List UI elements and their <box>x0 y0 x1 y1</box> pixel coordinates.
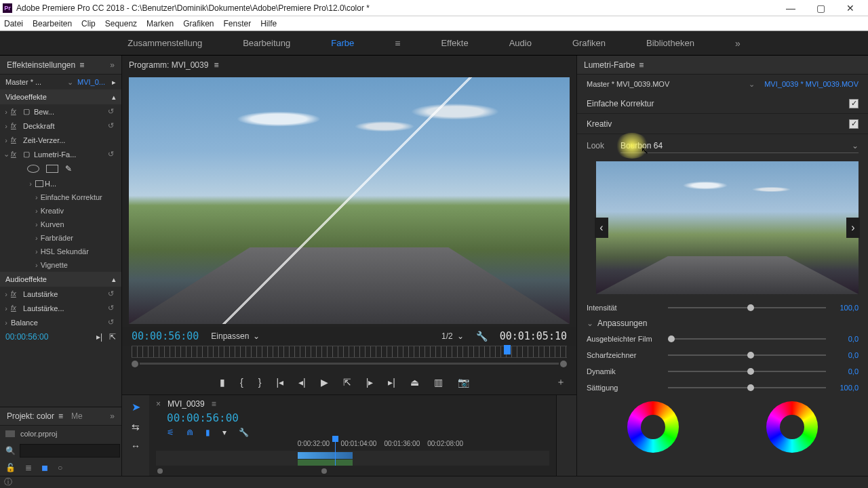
shadow-tint-wheel[interactable] <box>627 401 679 453</box>
chevron-down-icon[interactable]: ⌄ <box>67 78 73 87</box>
lumetri-header[interactable]: Lumetri-Farbe ≡ <box>577 56 868 75</box>
slider-value[interactable]: 100,0 <box>833 304 859 312</box>
slider-knob[interactable] <box>668 336 675 342</box>
workspace-farbe-menu-icon[interactable]: ≡ <box>395 38 400 49</box>
reset-icon[interactable]: ↺ <box>108 304 119 312</box>
panel-menu-icon[interactable]: ≡ <box>58 411 63 421</box>
program-monitor[interactable] <box>129 77 570 324</box>
marker-icon[interactable]: ▾ <box>222 428 226 437</box>
section-toggle-checkbox[interactable]: ✓ <box>849 119 859 129</box>
step-back-button[interactable]: ◂| <box>298 377 306 388</box>
menu-datei[interactable]: Datei <box>4 19 23 28</box>
menu-clip[interactable]: Clip <box>81 19 96 28</box>
add-marker-button[interactable]: ▮ <box>220 377 225 388</box>
fx-balance[interactable]: ›Balance↺ <box>0 315 121 329</box>
slider-value[interactable]: 0,0 <box>833 335 859 343</box>
prev-look-button[interactable]: ‹ <box>595 218 608 238</box>
close-tab-icon[interactable]: × <box>156 399 161 409</box>
resolution-dropdown[interactable]: 1/2⌄ <box>441 331 464 341</box>
mark-in-button[interactable]: { <box>240 377 243 388</box>
menu-bearbeiten[interactable]: Bearbeiten <box>33 19 72 28</box>
toggle-fx-icon[interactable]: ▢ <box>23 107 33 116</box>
chevron-down-icon[interactable]: ⌄ <box>749 80 755 89</box>
panel-menu-icon[interactable]: ≡ <box>214 60 218 70</box>
zoom-handle-right[interactable] <box>560 361 567 367</box>
timeline-vscroll[interactable] <box>556 395 576 476</box>
status-info-icon[interactable]: ⓘ <box>4 476 12 488</box>
settings-icon[interactable]: 🔧 <box>476 331 488 342</box>
timeline-sequence-name[interactable]: MVI_0039 <box>167 399 205 409</box>
slider-knob[interactable] <box>747 368 754 375</box>
next-look-button[interactable]: › <box>846 218 860 238</box>
reset-icon[interactable]: ↺ <box>108 107 119 116</box>
lumetri-section-creative[interactable]: Kreativ ✓ <box>577 114 868 134</box>
fx-volume[interactable]: ›fxLautstärke↺ <box>0 287 121 301</box>
go-to-out-button[interactable]: ▸| <box>388 377 395 388</box>
lumetri-sub-vignette[interactable]: ›Vignette <box>0 258 121 272</box>
workspace-grafiken[interactable]: Grafiken <box>572 38 606 48</box>
play-around-icon[interactable]: ▸| <box>96 332 102 342</box>
panel-menu-icon[interactable]: ≡ <box>212 399 216 409</box>
panel-menu-icon[interactable]: ≡ <box>79 60 84 70</box>
section-toggle-checkbox[interactable]: ✓ <box>849 99 859 108</box>
panel-expand-icon[interactable]: » <box>110 411 115 421</box>
slider-value[interactable]: 0,0 <box>833 351 859 359</box>
program-zoom-bar[interactable] <box>132 359 567 369</box>
play-icon[interactable]: ▸ <box>112 78 116 87</box>
workspace-audio[interactable]: Audio <box>509 38 532 48</box>
slider-track[interactable] <box>668 387 826 388</box>
ripple-tool-icon[interactable]: ⇆ <box>132 422 140 432</box>
export-icon[interactable]: ⇱ <box>109 332 116 342</box>
menu-grafiken[interactable]: Grafiken <box>183 19 214 28</box>
zoom-handle[interactable] <box>321 468 327 474</box>
timeline-video-clip[interactable] <box>298 452 353 459</box>
reset-icon[interactable]: ↺ <box>108 289 119 298</box>
panel-menu-icon[interactable]: ≡ <box>639 60 644 70</box>
slider-knob[interactable] <box>747 384 754 391</box>
list-view-icon[interactable]: ≣ <box>25 463 32 472</box>
workspace-farbe[interactable]: Farbe <box>331 38 354 48</box>
audio-effects-header[interactable]: Audioeffekte▴ <box>0 272 121 287</box>
pen-mask-icon[interactable]: ✎ <box>65 164 72 174</box>
project-tab-other[interactable]: Me <box>71 411 83 421</box>
slider-track[interactable] <box>668 338 826 340</box>
rect-mask-icon[interactable] <box>46 165 58 173</box>
slider-knob[interactable] <box>747 352 754 359</box>
minimize-button[interactable]: — <box>776 3 806 14</box>
project-file-row[interactable]: color.prproj <box>0 426 121 442</box>
fx-channel-volume[interactable]: ›fxLautstärke...↺ <box>0 301 121 315</box>
mask-sub-row[interactable]: ›H... <box>0 176 121 190</box>
selection-tool-icon[interactable]: ➤ <box>132 401 140 413</box>
reset-icon[interactable]: ↺ <box>108 150 119 159</box>
project-panel-header[interactable]: Projekt: color ≡ Me » <box>0 407 121 426</box>
video-effects-header[interactable]: Videoeffekte▴ <box>0 89 121 104</box>
slider-value[interactable]: 100,0 <box>833 384 859 392</box>
timeline-tracks[interactable] <box>156 451 549 466</box>
menu-hilfe[interactable]: Hilfe <box>260 19 277 28</box>
slider-track[interactable] <box>668 371 826 372</box>
zoom-handle-left[interactable] <box>132 361 138 367</box>
close-button[interactable]: ✕ <box>835 3 865 14</box>
timeline-playhead[interactable] <box>335 439 336 466</box>
mark-out-button[interactable]: } <box>258 377 262 388</box>
lumetri-sub-colorwheels[interactable]: ›Farbräder <box>0 231 121 245</box>
menu-fenster[interactable]: Fenster <box>223 19 251 28</box>
highlight-tint-wheel[interactable] <box>766 401 818 453</box>
extract-button[interactable]: ⏏ <box>410 377 419 388</box>
timeline-timecode[interactable]: 00:00:56:00 <box>156 410 549 427</box>
slider-knob[interactable] <box>747 304 754 311</box>
lumetri-sub-basic[interactable]: ›Einfache Korrektur <box>0 190 121 204</box>
fx-time-remap[interactable]: ›fxZeit-Verzer... <box>0 133 121 147</box>
program-monitor-header[interactable]: Programm: MVI_0039 ≡ <box>122 56 576 75</box>
panel-expand-icon[interactable]: » <box>110 60 115 70</box>
workspace-bibliotheken[interactable]: Bibliotheken <box>646 38 694 48</box>
lumetri-master-label[interactable]: Master * MVI_0039.MOV <box>587 80 745 88</box>
maximize-button[interactable]: ▢ <box>806 3 835 14</box>
workspace-zusammenstellung[interactable]: Zusammenstellung <box>127 38 202 48</box>
add-marker-icon[interactable]: ▮ <box>205 428 210 437</box>
look-dropdown[interactable]: Bourbon 64 ↖ ⌄ <box>620 138 859 153</box>
timeline-ruler[interactable]: 0:00:32:00 00:01:04:00 00:01:36:00 00:02… <box>156 440 549 450</box>
sequence-clip-link[interactable]: MVI_0... <box>77 78 105 86</box>
reset-icon[interactable]: ↺ <box>108 121 119 130</box>
slider-track[interactable] <box>668 354 826 356</box>
